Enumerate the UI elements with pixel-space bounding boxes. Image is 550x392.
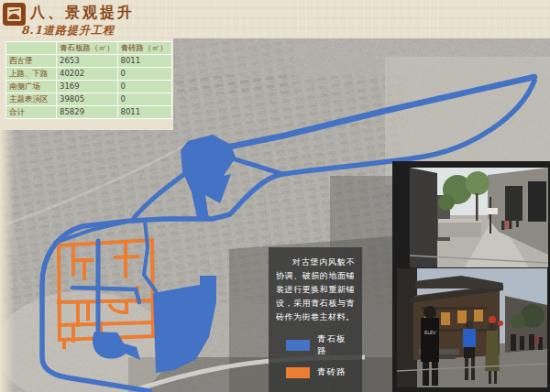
legend-label-stone: 青石板路 — [317, 333, 355, 357]
value-cell: 3169 — [57, 81, 118, 93]
stone-road-swatch — [286, 340, 310, 351]
svg-text:ELEV: ELEV — [424, 330, 436, 335]
value-cell: 2653 — [57, 55, 118, 68]
value-cell: 8011 — [117, 55, 171, 68]
row-label-cell: 西古堡 — [6, 55, 57, 68]
row-label-cell: 上路、下路 — [6, 68, 57, 81]
table-row: 西古堡26538011 — [6, 55, 172, 68]
row-label-cell: 主题表演区 — [6, 93, 57, 106]
value-cell: 39805 — [57, 93, 118, 106]
note-text: 对古堡内风貌不协调、破损的地面铺装进行更换和重新铺设，采用青石板与青砖作为街巷主… — [276, 256, 355, 324]
value-cell: 0 — [117, 93, 171, 106]
value-cell: 0 — [117, 81, 171, 93]
value-cell: 40202 — [57, 68, 118, 81]
table-header-blank — [6, 42, 57, 55]
street-photo-day — [410, 168, 548, 267]
note-box: 对古堡内风貌不协调、破损的地面铺装进行更换和重新铺设，采用青石板与青砖作为街巷主… — [269, 247, 362, 392]
table-header-row: 青石板路（㎡） 青砖路（㎡） — [6, 42, 172, 55]
table-row: 主题表演区398050 — [6, 93, 172, 106]
road-quantities-table: 青石板路（㎡） 青砖路（㎡） 西古堡26538011上路、下路402020南侧广… — [6, 41, 172, 119]
page-subtitle: 8.1道路提升工程 — [21, 23, 115, 38]
road-table-body: 西古堡26538011上路、下路402020南侧广场31690主题表演区3980… — [6, 55, 172, 119]
map-legend: 青石板路 青砖路 — [276, 333, 355, 378]
legend-item-stone: 青石板路 — [276, 333, 355, 357]
value-cell: 85829 — [57, 106, 118, 119]
row-label-cell: 合计 — [6, 106, 57, 119]
legend-label-brick: 青砖路 — [317, 366, 346, 378]
photo-panel: ELEV — [392, 161, 550, 392]
table-row: 合计858298011 — [6, 106, 172, 119]
value-cell: 8011 — [117, 106, 171, 119]
page-title: 八、景观提升 — [30, 4, 135, 23]
brick-road-swatch — [286, 367, 310, 378]
table-row: 南侧广场31690 — [6, 81, 172, 93]
table-header-brick: 青砖路（㎡） — [117, 42, 171, 55]
value-cell: 0 — [117, 68, 171, 81]
legend-item-brick: 青砖路 — [276, 366, 355, 378]
street-photo-dusk: ELEV — [397, 268, 547, 387]
table-row: 上路、下路402020 — [6, 68, 172, 81]
row-label-cell: 南侧广场 — [6, 81, 57, 93]
table-header-stone: 青石板路（㎡） — [57, 42, 118, 55]
